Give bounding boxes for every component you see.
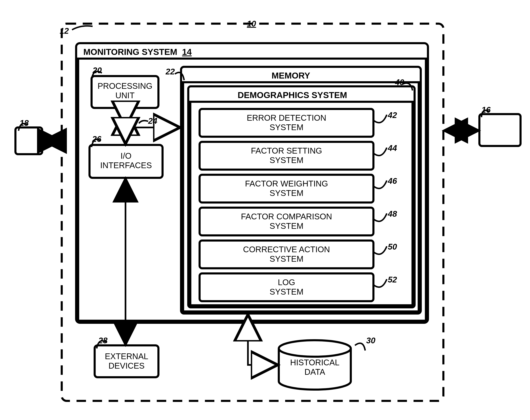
leader-48 (373, 213, 387, 221)
ref-16: 16 (481, 106, 491, 114)
error-detection-text: ERROR DETECTION SYSTEM (200, 113, 373, 132)
ref-14: 14 (182, 47, 192, 57)
leader-30 (355, 343, 365, 350)
ref-40: 40 (395, 78, 404, 86)
external-left-box (15, 127, 42, 154)
diagram-stage: 10 12 20 22 24 26 28 18 16 30 40 42 44 4… (0, 0, 530, 420)
leader-44 (373, 148, 387, 156)
leader-12 (72, 26, 93, 30)
processing-unit-text: PROCESSING UNIT (91, 81, 158, 100)
ref-24: 24 (148, 117, 157, 125)
ref-28: 28 (98, 336, 108, 345)
ref-50: 50 (388, 243, 397, 251)
svg-point-6 (279, 340, 351, 357)
leader-22 (175, 72, 184, 80)
factor-weighting-text: FACTOR WEIGHTING SYSTEM (200, 179, 373, 198)
ref-10: 10 (247, 20, 256, 28)
io-interfaces-text: I/O INTERFACES (89, 151, 162, 170)
external-devices-text: EXTERNAL DEVICES (95, 351, 158, 370)
ref-30: 30 (366, 336, 375, 345)
leader-24 (139, 121, 148, 123)
ref-20: 20 (93, 66, 102, 74)
ref-22: 22 (166, 68, 175, 76)
corrective-action-text: CORRECTIVE ACTION SYSTEM (200, 245, 373, 264)
ref-42: 42 (388, 111, 397, 119)
leader-46 (373, 181, 387, 189)
external-right-box (479, 114, 521, 146)
ref-44: 44 (388, 144, 397, 152)
leader-42 (373, 115, 387, 123)
ref-12: 12 (60, 27, 69, 35)
diagram-svg (0, 0, 530, 420)
ref-48: 48 (388, 210, 397, 218)
leader-52 (373, 279, 387, 287)
ref-26: 26 (92, 135, 102, 143)
log-system-text: LOG SYSTEM (200, 278, 373, 296)
ref-46: 46 (388, 177, 397, 185)
factor-setting-text: FACTOR SETTING SYSTEM (200, 146, 373, 165)
leader-50 (373, 246, 387, 254)
factor-comparison-text: FACTOR COMPARISON SYSTEM (200, 212, 373, 231)
memory-title: MEMORY (272, 71, 310, 80)
ref-52: 52 (388, 276, 397, 284)
historical-data-text: HISTORICAL DATA (279, 358, 351, 377)
demographics-title: DEMOGRAPHICS SYSTEM (238, 91, 347, 99)
monitoring-title: MONITORING SYSTEM (83, 47, 177, 57)
ref-18: 18 (20, 119, 29, 127)
